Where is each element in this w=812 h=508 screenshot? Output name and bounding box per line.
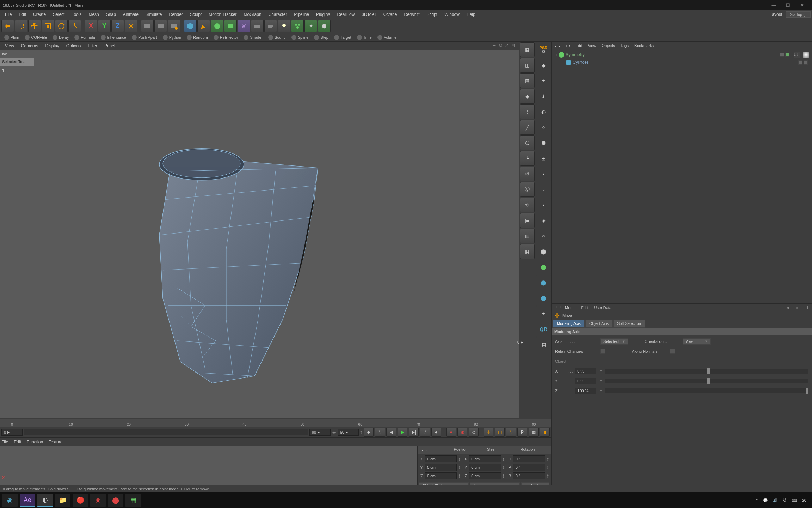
menu-pipeline[interactable]: Pipeline: [290, 10, 313, 19]
menu-script[interactable]: Script: [423, 10, 441, 19]
along-normals-checkbox[interactable]: [670, 349, 675, 354]
nurbs-icon[interactable]: [211, 20, 223, 32]
vp-nav3-icon[interactable]: ⤢: [504, 43, 510, 49]
taskbar-app2-icon[interactable]: ⬤: [108, 494, 123, 507]
x-slider[interactable]: [605, 369, 808, 374]
menu-animate[interactable]: Animate: [119, 10, 142, 19]
cmd-icon-9[interactable]: ▫: [536, 182, 551, 197]
axis-x-toggle[interactable]: X: [85, 20, 97, 32]
undo-icon[interactable]: [1, 20, 14, 32]
taskbar-chrome-icon[interactable]: 🔴: [73, 494, 88, 507]
environment-icon[interactable]: [251, 20, 264, 32]
maximize-button[interactable]: ☐: [781, 2, 795, 8]
menu-file[interactable]: File: [1, 10, 15, 19]
render-settings-icon[interactable]: [168, 20, 180, 32]
cmd-icon-3[interactable]: 🌡: [536, 89, 551, 104]
key-pla-button[interactable]: ▦: [529, 428, 539, 437]
menu-plugins[interactable]: Plugins: [313, 10, 333, 19]
tag-delay[interactable]: Delay: [50, 35, 72, 40]
tag-shader[interactable]: Shader: [241, 35, 265, 40]
om-bookmarks[interactable]: Bookmarks: [634, 43, 654, 48]
tag-reeffector[interactable]: ReEffector: [211, 35, 241, 40]
close-button[interactable]: ✕: [795, 2, 809, 8]
om-objects[interactable]: Objects: [602, 43, 615, 48]
key-options-button[interactable]: ▮: [540, 428, 550, 437]
tab-object-axis[interactable]: Object Axis: [585, 320, 613, 328]
timeline-scrubber[interactable]: [24, 429, 308, 435]
cmd-icon-1[interactable]: ◆: [536, 58, 551, 73]
size-Z-input[interactable]: 0 cm: [469, 472, 501, 479]
edge-mode-icon[interactable]: ╱: [520, 120, 535, 135]
camera-icon[interactable]: [264, 20, 277, 32]
cmd-icon-6[interactable]: ⬢: [536, 135, 551, 150]
object-tree[interactable]: ⊟ Symmetry ⬚ Cylinder: [552, 49, 812, 303]
locks-icon[interactable]: ▩: [520, 229, 535, 243]
goto-start-button[interactable]: ⏮: [364, 428, 374, 437]
menu-mesh[interactable]: Mesh: [85, 10, 102, 19]
autokeying-button[interactable]: ◉: [457, 428, 467, 437]
tab-modeling-axis[interactable]: Modeling Axis: [553, 320, 585, 328]
axis-mode-icon[interactable]: └: [520, 151, 535, 166]
vp-nav4-icon[interactable]: ⊞: [510, 43, 516, 49]
x-spinner[interactable]: ‡: [598, 369, 603, 373]
cmd-icon-15[interactable]: ⬤: [536, 275, 551, 290]
tree-row-cylinder[interactable]: Cylinder: [553, 59, 811, 66]
expand-icon[interactable]: ⊟: [553, 53, 557, 57]
minimize-button[interactable]: —: [767, 2, 781, 8]
cmd-icon-14[interactable]: ⬤: [536, 260, 551, 274]
cmd-icon-19[interactable]: ▦: [536, 337, 551, 352]
tray-volume-icon[interactable]: 🔊: [773, 498, 778, 503]
tag-plain[interactable]: Plain: [1, 35, 22, 40]
tag-python[interactable]: Python: [160, 35, 184, 40]
menu-realflow[interactable]: RealFlow: [333, 10, 358, 19]
vp-nav2-icon[interactable]: ↻: [498, 43, 503, 49]
pen-tool-icon[interactable]: [197, 20, 210, 32]
scale-icon[interactable]: [42, 20, 54, 32]
om-edit[interactable]: Edit: [576, 43, 582, 48]
y-spinner[interactable]: ‡: [598, 379, 603, 383]
tag-spline[interactable]: Spline: [289, 35, 312, 40]
dynamics-icon[interactable]: ⬢: [318, 20, 331, 32]
taskbar-app1-icon[interactable]: ◉: [90, 494, 106, 507]
om-file[interactable]: File: [564, 43, 570, 48]
x-value[interactable]: 0 %: [575, 368, 596, 374]
timeline-ruler[interactable]: 0102030405060708090 0 F: [0, 418, 551, 427]
menu-redshift[interactable]: Redshift: [400, 10, 423, 19]
menu-3dtoall[interactable]: 3DToAll: [358, 10, 380, 19]
coord-system-icon[interactable]: [125, 20, 137, 32]
menu-select[interactable]: Select: [49, 10, 68, 19]
play-button[interactable]: ▶: [398, 428, 407, 437]
model-mode-icon[interactable]: ◫: [520, 58, 535, 73]
play-forward-button[interactable]: ↺: [420, 428, 430, 437]
back-arrow-icon[interactable]: ◄: [786, 306, 789, 310]
cmd-icon-qr[interactable]: QR: [536, 322, 551, 337]
move-icon[interactable]: [28, 20, 41, 32]
render-picture-icon[interactable]: [154, 20, 167, 32]
menu-motion-tracker[interactable]: Motion Tracker: [205, 10, 240, 19]
workplane-icon[interactable]: ◆: [520, 89, 535, 104]
tag-formula[interactable]: Formula: [72, 35, 98, 40]
menu-render[interactable]: Render: [166, 10, 186, 19]
loop-button[interactable]: ↻: [375, 428, 385, 437]
vp-panel[interactable]: Panel: [101, 43, 119, 48]
cmd-icon-5[interactable]: ✧: [536, 120, 551, 135]
menu-sculpt[interactable]: Sculpt: [186, 10, 205, 19]
cmd-icon-13[interactable]: ⬤: [536, 244, 551, 259]
key-scale-button[interactable]: ◫: [495, 428, 505, 437]
axis-z-toggle[interactable]: Z: [111, 20, 124, 32]
mm-file[interactable]: File: [1, 440, 8, 445]
tray-chevron-icon[interactable]: ˄: [756, 498, 758, 503]
cmd-icon-16[interactable]: ⬤: [536, 291, 551, 306]
particles-icon[interactable]: ✦: [304, 20, 317, 32]
tag-sound[interactable]: Sound: [265, 35, 289, 40]
retain-checkbox[interactable]: [600, 349, 605, 354]
point-mode-icon[interactable]: ⋮: [520, 104, 535, 119]
mm-texture[interactable]: Texture: [49, 440, 62, 445]
size-X-input[interactable]: 0 cm: [469, 455, 501, 462]
taskbar-c4d-icon[interactable]: ◐: [37, 494, 53, 507]
fwd-arrow-icon[interactable]: ►: [796, 306, 800, 310]
key-param-button[interactable]: P: [517, 428, 527, 437]
cmd-icon-8[interactable]: ▪: [536, 167, 551, 181]
tag-random[interactable]: Random: [184, 35, 211, 40]
menu-create[interactable]: Create: [30, 10, 49, 19]
